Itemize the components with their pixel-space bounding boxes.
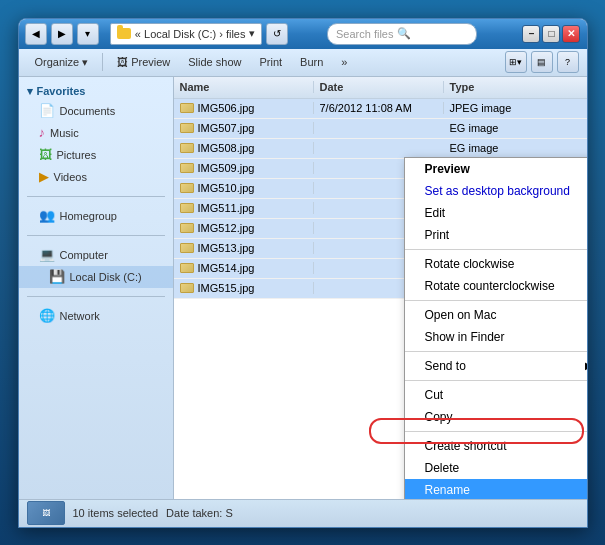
sidebar-divider-2 [27, 235, 165, 236]
preview-button[interactable]: 🖼 Preview [109, 51, 178, 73]
content-area: ▾ Favorites 📄 Documents ♪ Music 🖼 Pictur… [19, 77, 587, 499]
context-menu-item-copy[interactable]: Copy [405, 406, 587, 428]
file-thumb-icon [180, 203, 194, 213]
file-thumb-icon [180, 163, 194, 173]
table-row[interactable]: IMG508.jpg EG image [174, 139, 587, 159]
network-icon: 🌐 [39, 308, 55, 323]
back-button[interactable]: ◀ [25, 23, 47, 45]
title-bar: ◀ ▶ ▾ « Local Disk (C:) › files ▾ ↺ Sear… [19, 19, 587, 49]
toolbar-right: ⊞▾ ▤ ? [505, 51, 579, 73]
context-menu: PreviewSet as desktop backgroundEditPrin… [404, 157, 587, 499]
minimize-button[interactable]: – [522, 25, 540, 43]
context-menu-item-delete[interactable]: Delete [405, 457, 587, 479]
sidebar-item-music[interactable]: ♪ Music [19, 122, 173, 144]
music-icon: ♪ [39, 125, 46, 140]
search-area: Search files 🔍 [327, 23, 477, 45]
date-taken: Date taken: S [166, 507, 233, 519]
computer-icon: 💻 [39, 247, 55, 262]
context-menu-separator [405, 249, 587, 250]
context-menu-item-send-to[interactable]: Send to▶ [405, 355, 587, 377]
sidebar-item-localdisk[interactable]: 💾 Local Disk (C:) [19, 266, 173, 288]
pictures-icon: 🖼 [39, 147, 52, 162]
file-thumb-icon [180, 103, 194, 113]
recent-button[interactable]: ▾ [77, 23, 99, 45]
context-menu-item-show-finder[interactable]: Show in Finder [405, 326, 587, 348]
status-thumbnail: 🖼 [27, 501, 65, 525]
folder-icon [117, 28, 131, 39]
context-menu-item-rename[interactable]: Rename [405, 479, 587, 499]
file-thumb-icon [180, 223, 194, 233]
table-row[interactable]: IMG506.jpg 7/6/2012 11:08 AM JPEG image [174, 99, 587, 119]
print-button[interactable]: Print [251, 51, 290, 73]
window-controls: – □ ✕ [522, 25, 580, 43]
file-list-header: Name Date Type [174, 77, 587, 99]
localdisk-icon: 💾 [49, 269, 65, 284]
explorer-window: ◀ ▶ ▾ « Local Disk (C:) › files ▾ ↺ Sear… [18, 18, 588, 528]
close-button[interactable]: ✕ [562, 25, 580, 43]
title-bar-left: ◀ ▶ ▾ « Local Disk (C:) › files ▾ ↺ [25, 23, 288, 45]
slideshow-button[interactable]: Slide show [180, 51, 249, 73]
maximize-button[interactable]: □ [542, 25, 560, 43]
sidebar: ▾ Favorites 📄 Documents ♪ Music 🖼 Pictur… [19, 77, 174, 499]
favorites-header[interactable]: ▾ Favorites [19, 81, 173, 100]
context-menu-separator [405, 300, 587, 301]
table-row[interactable]: IMG507.jpg EG image [174, 119, 587, 139]
file-thumb-icon [180, 123, 194, 133]
sidebar-item-computer[interactable]: 💻 Computer [19, 244, 173, 266]
search-input[interactable]: Search files 🔍 [327, 23, 477, 45]
context-menu-item-rotate-ccw[interactable]: Rotate counterclockwise [405, 275, 587, 297]
context-menu-separator [405, 431, 587, 432]
toolbar-separator [102, 53, 103, 71]
col-header-name[interactable]: Name [174, 81, 314, 93]
homegroup-icon: 👥 [39, 208, 55, 223]
preview-pane-button[interactable]: ▤ [531, 51, 553, 73]
sidebar-item-pictures[interactable]: 🖼 Pictures [19, 144, 173, 166]
organize-button[interactable]: Organize ▾ [27, 51, 97, 73]
network-section: 🌐 Network [19, 301, 173, 331]
file-thumb-icon [180, 143, 194, 153]
selection-count: 10 items selected [73, 507, 159, 519]
sidebar-item-documents[interactable]: 📄 Documents [19, 100, 173, 122]
file-thumb-icon [180, 243, 194, 253]
homegroup-section: 👥 Homegroup [19, 201, 173, 231]
sidebar-divider-1 [27, 196, 165, 197]
col-header-type[interactable]: Type [444, 81, 587, 93]
videos-icon: ▶ [39, 169, 49, 184]
favorites-section: ▾ Favorites 📄 Documents ♪ Music 🖼 Pictur… [19, 77, 173, 192]
file-thumb-icon [180, 283, 194, 293]
submenu-arrow-icon: ▶ [585, 360, 587, 371]
context-menu-item-preview[interactable]: Preview [405, 158, 587, 180]
file-list-area: Name Date Type IMG506.jpg 7/6/2012 11:08… [174, 77, 587, 499]
forward-button[interactable]: ▶ [51, 23, 73, 45]
context-menu-separator [405, 380, 587, 381]
context-menu-item-create-shortcut[interactable]: Create shortcut [405, 435, 587, 457]
sidebar-item-network[interactable]: 🌐 Network [19, 305, 173, 327]
col-header-date[interactable]: Date [314, 81, 444, 93]
views-button[interactable]: ⊞▾ [505, 51, 527, 73]
status-bar: 🖼 10 items selected Date taken: S [19, 499, 587, 527]
help-button[interactable]: ? [557, 51, 579, 73]
context-menu-item-rotate-cw[interactable]: Rotate clockwise [405, 253, 587, 275]
sidebar-item-videos[interactable]: ▶ Videos [19, 166, 173, 188]
breadcrumb[interactable]: « Local Disk (C:) › files ▾ [110, 23, 262, 45]
file-thumb-icon [180, 263, 194, 273]
more-button[interactable]: » [333, 51, 355, 73]
file-thumb-icon [180, 183, 194, 193]
context-menu-separator [405, 351, 587, 352]
computer-section: 💻 Computer 💾 Local Disk (C:) [19, 240, 173, 292]
context-menu-item-set-bg[interactable]: Set as desktop background [405, 180, 587, 202]
context-menu-item-open-mac[interactable]: Open on Mac [405, 304, 587, 326]
sidebar-divider-3 [27, 296, 165, 297]
documents-icon: 📄 [39, 103, 55, 118]
context-menu-item-print[interactable]: Print [405, 224, 587, 246]
refresh-button[interactable]: ↺ [266, 23, 288, 45]
context-menu-item-cut[interactable]: Cut [405, 384, 587, 406]
sidebar-item-homegroup[interactable]: 👥 Homegroup [19, 205, 173, 227]
toolbar: Organize ▾ 🖼 Preview Slide show Print Bu… [19, 49, 587, 77]
context-menu-item-edit[interactable]: Edit [405, 202, 587, 224]
burn-button[interactable]: Burn [292, 51, 331, 73]
